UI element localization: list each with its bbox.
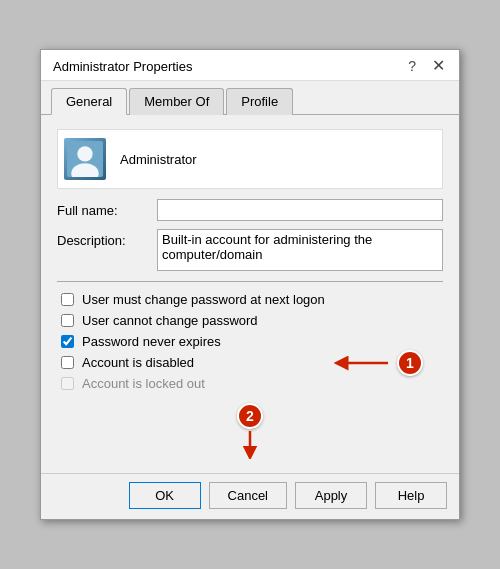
fullname-row: Full name:	[57, 199, 443, 221]
checkbox-cannot-change-row: User cannot change password	[57, 313, 443, 328]
help-button[interactable]: ?	[404, 59, 420, 73]
down-arrow-svg	[235, 429, 265, 459]
checkbox-locked-out-row: Account is locked out	[57, 376, 443, 391]
dialog-window: Administrator Properties ? ✕ General Mem…	[40, 49, 460, 520]
account-locked-out-checkbox[interactable]	[61, 377, 74, 390]
cannot-change-password-checkbox[interactable]	[61, 314, 74, 327]
tab-profile[interactable]: Profile	[226, 88, 293, 115]
password-never-expires-checkbox[interactable]	[61, 335, 74, 348]
left-arrow-svg	[333, 353, 393, 373]
user-name-label: Administrator	[120, 152, 197, 167]
svg-point-1	[77, 146, 92, 161]
description-label: Description:	[57, 229, 157, 248]
title-controls: ? ✕	[404, 58, 449, 74]
annotation-arrow-1: 1	[333, 350, 423, 376]
checkbox-disabled-row: Account is disabled 1	[57, 355, 443, 370]
password-never-expires-label: Password never expires	[82, 334, 221, 349]
tab-general[interactable]: General	[51, 88, 127, 115]
must-change-password-label: User must change password at next logon	[82, 292, 325, 307]
tabs-container: General Member Of Profile	[41, 81, 459, 115]
checkbox-never-expires-row: Password never expires	[57, 334, 443, 349]
account-disabled-checkbox[interactable]	[61, 356, 74, 369]
checkbox-must-change-row: User must change password at next logon	[57, 292, 443, 307]
step2-circle: 2	[237, 403, 263, 429]
apply-button[interactable]: Apply	[295, 482, 367, 509]
description-row: Description: Built-in account for admini…	[57, 229, 443, 271]
close-button[interactable]: ✕	[428, 58, 449, 74]
title-bar: Administrator Properties ? ✕	[41, 50, 459, 81]
account-locked-out-label: Account is locked out	[82, 376, 205, 391]
fullname-label: Full name:	[57, 199, 157, 218]
user-header: Administrator	[57, 129, 443, 189]
account-disabled-label: Account is disabled	[82, 355, 194, 370]
cancel-button[interactable]: Cancel	[209, 482, 287, 509]
step1-circle: 1	[397, 350, 423, 376]
dialog-title: Administrator Properties	[53, 59, 192, 74]
step2-annotation-area: 2	[57, 397, 443, 463]
ok-button[interactable]: OK	[129, 482, 201, 509]
title-bar-left: Administrator Properties	[53, 59, 192, 74]
fullname-input[interactable]	[157, 199, 443, 221]
cannot-change-password-label: User cannot change password	[82, 313, 258, 328]
must-change-password-checkbox[interactable]	[61, 293, 74, 306]
buttons-row: OK Cancel Apply Help	[41, 473, 459, 519]
user-avatar	[64, 138, 106, 180]
content-area: Administrator Full name: Description: Bu…	[41, 115, 459, 473]
separator	[57, 281, 443, 282]
help-dialog-button[interactable]: Help	[375, 482, 447, 509]
description-input[interactable]: Built-in account for administering the c…	[157, 229, 443, 271]
user-avatar-svg	[67, 141, 103, 177]
tab-member-of[interactable]: Member Of	[129, 88, 224, 115]
